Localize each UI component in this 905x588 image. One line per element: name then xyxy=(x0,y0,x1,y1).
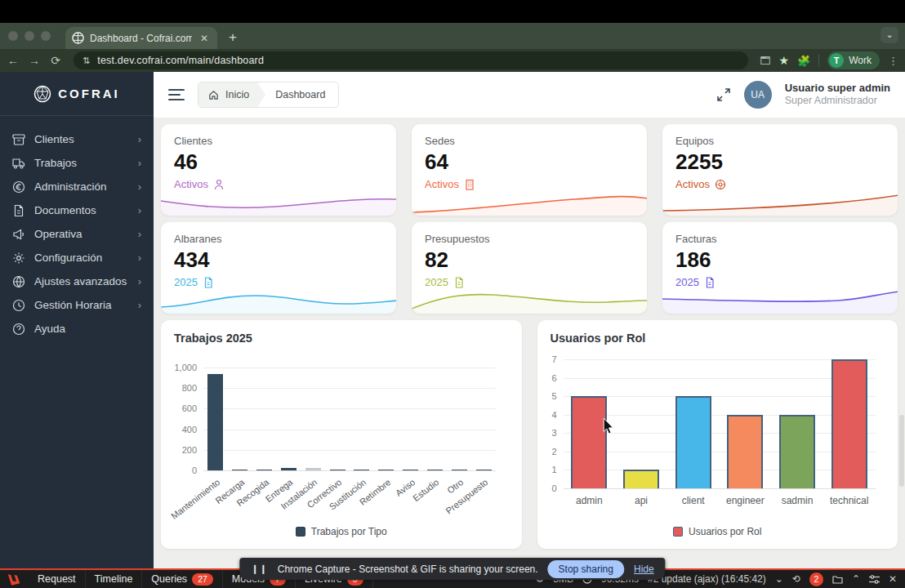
mouse-cursor xyxy=(602,418,615,434)
bar-Aviso[interactable] xyxy=(403,470,418,471)
cofrai-logo-icon xyxy=(33,85,51,103)
stat-card-facturas[interactable]: Facturas1862025 xyxy=(662,222,898,314)
breadcrumb: Inicio Dashboard xyxy=(198,82,339,108)
chart-legend[interactable]: Trabajos por Tipo xyxy=(161,526,522,537)
translate-icon[interactable]: 🗔 xyxy=(760,55,770,67)
bar-Mantenimiento[interactable] xyxy=(207,374,223,470)
bar-Recogida[interactable] xyxy=(256,470,272,471)
bar-Instalación[interactable] xyxy=(305,468,321,470)
stats-grid: Clientes46ActivosSedes64ActivosEquipos22… xyxy=(161,124,898,314)
bar-Correctivo[interactable] xyxy=(330,470,346,471)
scrollbar-thumb[interactable] xyxy=(899,415,904,487)
bar-technical[interactable] xyxy=(831,359,867,488)
history-icon[interactable]: ⟲ xyxy=(792,573,800,585)
sidebar-item-administraci-n[interactable]: Administración› xyxy=(0,175,154,198)
truck-icon xyxy=(12,157,25,170)
bar-Recarga[interactable] xyxy=(232,470,247,471)
bar-Otro[interactable] xyxy=(452,470,467,471)
stat-card-sedes[interactable]: Sedes64Activos xyxy=(412,124,647,216)
profile-chip[interactable]: T Work xyxy=(827,51,880,69)
back-icon[interactable]: ← xyxy=(7,54,20,67)
brand-name: COFRAI xyxy=(58,87,120,100)
sidebar-item-trabajos[interactable]: Trabajos› xyxy=(0,151,154,175)
folder-icon[interactable] xyxy=(832,575,843,584)
hamburger-menu-icon[interactable] xyxy=(168,88,185,101)
close-tab-icon[interactable]: ✕ xyxy=(198,33,211,44)
y-axis-tick: 0 xyxy=(161,466,197,475)
sidebar-item-ajustes-avanzados[interactable]: Ajustes avanzados› xyxy=(0,270,154,293)
brand-logo[interactable]: COFRAI xyxy=(0,72,154,116)
building-icon xyxy=(464,179,475,190)
bar-Retimbre[interactable] xyxy=(378,470,394,471)
toolbar-divider xyxy=(818,54,819,67)
caret-up-icon[interactable]: ⌃ xyxy=(852,573,860,585)
bar-Sustitución[interactable] xyxy=(354,470,369,471)
queries-count-badge: 27 xyxy=(192,573,213,586)
megaphone-icon xyxy=(12,228,25,241)
browser-tab[interactable]: Dashboard - Cofrai.com Soft ✕ xyxy=(65,27,217,49)
bookmark-star-icon[interactable]: ★ xyxy=(778,54,789,67)
user-avatar[interactable]: UA xyxy=(744,81,772,109)
y-axis-tick: 4 xyxy=(537,410,557,420)
breadcrumb-item-home[interactable]: Inicio xyxy=(198,82,265,107)
stat-card-albaranes[interactable]: Albaranes4342025 xyxy=(161,222,396,314)
stat-title: Albaranes xyxy=(174,233,383,245)
sparkline xyxy=(412,289,647,314)
chevron-down-icon[interactable]: ⌄ xyxy=(880,27,898,43)
y-axis-tick: 400 xyxy=(161,425,197,434)
bar-Entrega[interactable] xyxy=(281,468,296,470)
window-controls[interactable] xyxy=(8,23,51,49)
sidebar-item-configuraci-n[interactable]: Configuración› xyxy=(0,246,154,270)
extensions-icon[interactable]: 🧩 xyxy=(797,55,810,67)
sparkline xyxy=(412,191,647,216)
trabajos-chart: 02004006008001,000MantenimientoRecargaRe… xyxy=(161,320,522,549)
close-icon[interactable]: ✕ xyxy=(889,573,897,585)
stat-value: 46 xyxy=(174,149,383,175)
new-tab-button[interactable]: + xyxy=(229,29,237,46)
sidebar-item-documentos[interactable]: Documentos› xyxy=(0,198,154,222)
request-selector[interactable]: #2 update (ajax) (16:45:42) xyxy=(648,573,766,585)
hide-link[interactable]: Hide xyxy=(634,564,654,575)
sidebar-item-gesti-n-horaria[interactable]: Gestión Horaria› xyxy=(0,293,154,317)
bar-sadmin[interactable] xyxy=(779,415,815,488)
sidebar-item-operativa[interactable]: Operativa› xyxy=(0,222,154,246)
chart-legend[interactable]: Usuarios por Rol xyxy=(537,526,898,537)
debugbar-tab-queries[interactable]: Queries27 xyxy=(142,570,222,588)
sliders-icon[interactable] xyxy=(869,575,880,584)
menu-kebab-icon[interactable]: ⋮ xyxy=(888,55,898,67)
stat-card-presupuestos[interactable]: Presupuestos822025 xyxy=(412,222,647,314)
bar-client[interactable] xyxy=(675,396,711,488)
y-axis-tick: 800 xyxy=(161,383,197,393)
stat-title: Presupuestos xyxy=(425,233,634,245)
debugbar-tab-timeline[interactable]: Timeline xyxy=(86,570,143,588)
bar-Presupuesto[interactable] xyxy=(476,470,492,471)
chevron-down-icon[interactable]: ⌄ xyxy=(775,573,783,585)
bar-admin[interactable] xyxy=(571,396,607,488)
stat-sub: 2025 xyxy=(425,276,634,288)
stop-sharing-button[interactable]: Stop sharing xyxy=(548,560,624,578)
sidebar-item-clientes[interactable]: Clientes› xyxy=(0,127,154,151)
bar-Estudio[interactable] xyxy=(427,470,443,471)
file-icon xyxy=(453,277,465,288)
reload-icon[interactable]: ⟳ xyxy=(49,54,62,67)
site-settings-icon[interactable]: ⇅ xyxy=(82,56,90,66)
machine-icon xyxy=(715,179,726,190)
bar-api[interactable] xyxy=(623,470,659,488)
laravel-logo-icon[interactable] xyxy=(0,573,29,586)
stat-card-clientes[interactable]: Clientes46Activos xyxy=(161,124,396,216)
profile-avatar: T xyxy=(829,53,844,68)
debugbar-tab-request[interactable]: Request xyxy=(29,570,86,588)
sidebar-item-ayuda[interactable]: Ayuda xyxy=(0,317,154,341)
bar-engineer[interactable] xyxy=(727,415,763,488)
stat-title: Clientes xyxy=(174,135,383,147)
sidebar-item-label: Configuración xyxy=(34,252,129,264)
fullscreen-icon[interactable] xyxy=(716,87,731,102)
forward-icon[interactable]: → xyxy=(28,54,41,67)
stat-value: 82 xyxy=(425,247,634,273)
y-axis-tick: 1,000 xyxy=(161,363,197,372)
stat-card-equipos[interactable]: Equipos2255Activos xyxy=(662,124,898,216)
x-axis-label: sadmin xyxy=(782,495,814,506)
user-info[interactable]: Usuario super admin Super Administrador xyxy=(785,82,890,108)
address-bar[interactable]: ⇅ test.dev.cofrai.com/main/dashboard xyxy=(74,51,748,69)
y-axis-tick: 5 xyxy=(537,391,557,401)
